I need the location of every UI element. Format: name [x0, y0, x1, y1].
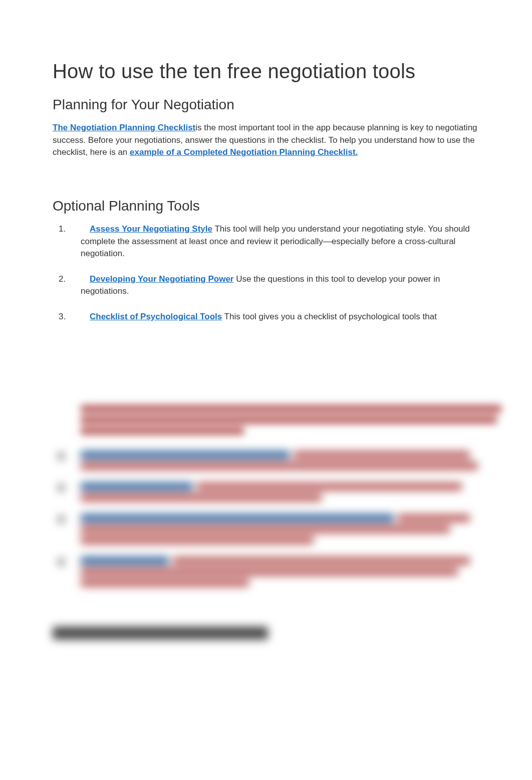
blurred-list-item — [53, 483, 482, 501]
blurred-content-item3 — [53, 405, 482, 438]
page-title: How to use the ten free negotiation tool… — [53, 60, 482, 83]
link-developing-power[interactable]: Developing Your Negotiating Power — [90, 274, 233, 284]
blurred-section-heading — [53, 627, 268, 640]
blurred-content-zone — [0, 451, 532, 780]
section-heading-planning: Planning for Your Negotiation — [53, 97, 482, 113]
blurred-list-item — [53, 451, 482, 470]
blurred-list-item — [53, 514, 482, 544]
link-completed-example[interactable]: example of a Completed Negotiation Plann… — [130, 147, 358, 157]
item-text: This tool gives you a checklist of psych… — [222, 312, 437, 321]
link-psychological-tools[interactable]: Checklist of Psychological Tools — [90, 312, 222, 321]
list-item: Developing Your Negotiating Power Use th… — [53, 273, 482, 298]
link-assess-style[interactable]: Assess Your Negotiating Style — [90, 224, 212, 234]
blurred-list-item — [53, 557, 482, 587]
section-heading-optional: Optional Planning Tools — [53, 198, 482, 214]
link-planning-checklist[interactable]: The Negotiation Planning Checklist — [53, 123, 195, 132]
list-item: Assess Your Negotiating Style This tool … — [53, 223, 482, 260]
optional-tools-list: Assess Your Negotiating Style This tool … — [53, 223, 482, 323]
list-item: Checklist of Psychological Tools This to… — [53, 311, 482, 323]
intro-paragraph: The Negotiation Planning Checklistis the… — [53, 122, 482, 159]
